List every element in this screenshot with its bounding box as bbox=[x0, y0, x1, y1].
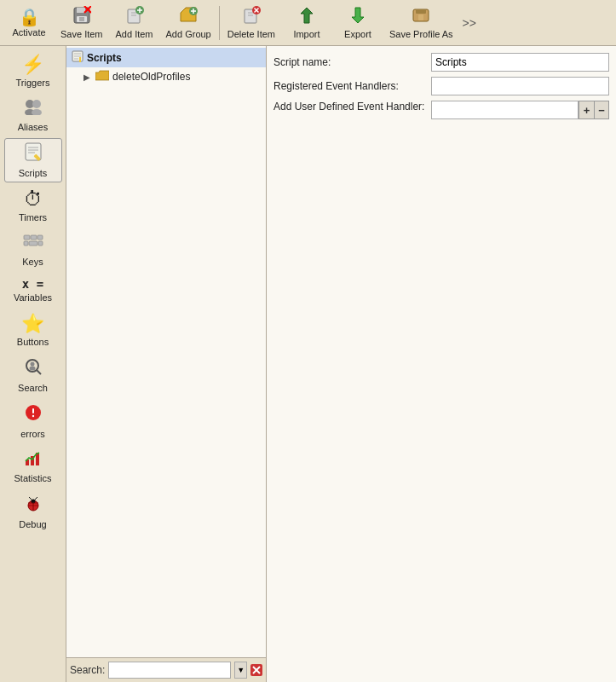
svg-line-58 bbox=[29, 497, 32, 500]
svg-rect-37 bbox=[31, 235, 37, 240]
tree-folder-icon bbox=[95, 70, 109, 84]
svg-rect-47 bbox=[32, 408, 34, 413]
sidebar-debug-label: Debug bbox=[19, 519, 46, 529]
add-event-button[interactable]: + bbox=[579, 101, 594, 119]
script-name-input[interactable] bbox=[431, 53, 609, 72]
user-event-input[interactable] bbox=[431, 101, 579, 119]
tree-content: Scripts ▶ deleteOldProfiles bbox=[66, 46, 266, 657]
tree-item[interactable]: ▶ deleteOldProfiles bbox=[66, 67, 266, 86]
scripts-icon bbox=[24, 142, 43, 166]
sidebar-errors-label: errors bbox=[20, 429, 45, 439]
save-profile-as-label: Save Profile As bbox=[389, 29, 453, 39]
script-name-label: Script name: bbox=[273, 56, 431, 68]
sidebar-item-buttons[interactable]: ⭐ Buttons bbox=[4, 309, 62, 351]
add-group-icon bbox=[179, 6, 198, 27]
debug-icon bbox=[24, 494, 43, 517]
buttons-icon: ⭐ bbox=[21, 313, 44, 335]
tree-item-label: deleteOldProfiles bbox=[112, 71, 190, 83]
svg-line-43 bbox=[37, 370, 41, 374]
activate-button[interactable]: 🔒 Activate bbox=[3, 2, 55, 44]
sidebar-item-statistics[interactable]: Statistics bbox=[4, 445, 62, 488]
search-dropdown-button[interactable]: ▼ bbox=[234, 662, 247, 679]
aliases-icon bbox=[23, 98, 43, 120]
sidebar-item-aliases[interactable]: Aliases bbox=[4, 94, 62, 136]
svg-rect-26 bbox=[418, 14, 423, 20]
svg-rect-25 bbox=[416, 9, 426, 14]
save-item-label: Save Item bbox=[60, 29, 103, 39]
registered-handlers-label: Registered Event Handlers: bbox=[273, 80, 431, 92]
import-label: Import bbox=[293, 29, 320, 39]
svg-rect-38 bbox=[37, 235, 43, 240]
activate-icon: 🔒 bbox=[19, 9, 40, 26]
svg-point-44 bbox=[30, 362, 34, 367]
timers-icon: ⏱ bbox=[24, 188, 43, 211]
tree-root-icon bbox=[72, 50, 83, 65]
triggers-icon: ⚡ bbox=[21, 54, 44, 76]
sidebar-statistics-label: Statistics bbox=[14, 473, 51, 483]
svg-line-59 bbox=[35, 497, 37, 500]
sidebar-aliases-label: Aliases bbox=[18, 122, 48, 132]
toolbar-sep-1 bbox=[219, 6, 220, 40]
search-bar: Search: ▼ bbox=[66, 657, 266, 682]
sidebar-item-triggers[interactable]: ⚡ Triggers bbox=[4, 49, 62, 92]
script-name-row: Script name: bbox=[273, 53, 609, 72]
registered-handlers-row: Registered Event Handlers: bbox=[273, 77, 609, 95]
sidebar-item-variables[interactable]: x = Variables bbox=[4, 273, 62, 307]
delete-item-label: Delete Item bbox=[227, 29, 275, 39]
svg-rect-41 bbox=[38, 241, 43, 246]
content-area: Scripts ▶ deleteOldProfiles Search: bbox=[66, 46, 616, 682]
save-item-button[interactable]: Save Item bbox=[55, 2, 109, 44]
add-group-button[interactable]: Add Group bbox=[160, 2, 217, 44]
tree-expand-icon[interactable]: ▶ bbox=[83, 72, 94, 82]
detail-panel: Script name: Registered Event Handlers: … bbox=[267, 46, 616, 682]
search-icon bbox=[24, 357, 43, 381]
remove-event-button[interactable]: − bbox=[594, 101, 609, 119]
svg-point-48 bbox=[32, 415, 33, 417]
tree-root-label: Scripts bbox=[87, 52, 122, 64]
import-icon bbox=[297, 6, 316, 27]
search-clear-button[interactable] bbox=[250, 662, 262, 678]
tree-panel: Scripts ▶ deleteOldProfiles Search: bbox=[66, 46, 267, 682]
svg-marker-23 bbox=[352, 8, 364, 23]
add-item-label: Add Item bbox=[116, 29, 153, 39]
sidebar-keys-label: Keys bbox=[22, 257, 43, 267]
keys-icon bbox=[23, 233, 43, 255]
sidebar-buttons-label: Buttons bbox=[17, 337, 49, 347]
sidebar-item-errors[interactable]: errors bbox=[4, 399, 62, 443]
add-item-button[interactable]: Add Item bbox=[109, 2, 160, 44]
save-profile-as-button[interactable]: Save Profile As bbox=[383, 2, 459, 44]
sidebar-triggers-label: Triggers bbox=[16, 78, 50, 88]
registered-handlers-input[interactable] bbox=[431, 77, 609, 95]
svg-rect-3 bbox=[79, 17, 84, 21]
sidebar-variables-label: Variables bbox=[14, 292, 52, 303]
errors-icon bbox=[24, 403, 43, 427]
svg-marker-65 bbox=[95, 71, 109, 80]
export-icon bbox=[348, 6, 367, 27]
tree-root-item[interactable]: Scripts bbox=[66, 48, 266, 67]
sidebar-scripts-label: Scripts bbox=[19, 168, 48, 178]
svg-marker-22 bbox=[301, 8, 313, 23]
main-container: ⚡ Triggers Aliases bbox=[0, 46, 616, 682]
svg-rect-39 bbox=[24, 241, 28, 246]
user-event-label: Add User Defined Event Handler: bbox=[273, 101, 431, 113]
svg-rect-40 bbox=[29, 241, 37, 246]
toolbar-more[interactable]: >> bbox=[459, 13, 480, 33]
statistics-icon bbox=[24, 449, 43, 471]
sidebar-item-timers[interactable]: ⏱ Timers bbox=[4, 184, 62, 227]
sidebar-item-debug[interactable]: Debug bbox=[4, 489, 62, 534]
save-profile-icon bbox=[412, 6, 430, 27]
svg-point-28 bbox=[32, 100, 41, 108]
sidebar-timers-label: Timers bbox=[19, 212, 47, 223]
search-input[interactable] bbox=[108, 662, 231, 679]
import-button[interactable]: Import bbox=[281, 2, 332, 44]
add-group-label: Add Group bbox=[166, 29, 211, 39]
delete-item-icon bbox=[242, 6, 261, 27]
sidebar-item-scripts[interactable]: Scripts bbox=[4, 138, 62, 182]
add-item-icon bbox=[125, 6, 144, 27]
delete-item-button[interactable]: Delete Item bbox=[222, 2, 281, 44]
sidebar-item-keys[interactable]: Keys bbox=[4, 228, 62, 271]
export-button[interactable]: Export bbox=[332, 2, 383, 44]
variables-icon: x = bbox=[22, 277, 43, 291]
activate-label: Activate bbox=[12, 27, 45, 38]
sidebar-item-search[interactable]: Search bbox=[4, 353, 62, 397]
